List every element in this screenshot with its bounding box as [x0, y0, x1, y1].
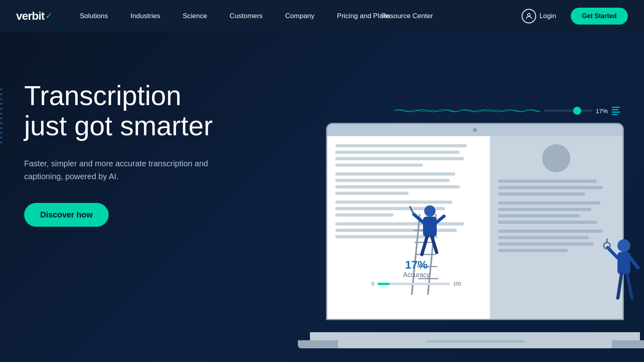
svg-point-8	[424, 205, 436, 217]
nav-item-solutions[interactable]: Solutions	[68, 0, 119, 32]
svg-rect-9	[423, 217, 437, 237]
svg-rect-16	[617, 252, 630, 274]
discover-how-button[interactable]: Discover how	[24, 203, 109, 227]
nav-item-industries[interactable]: Industries	[119, 0, 171, 32]
nav-right: Login Get Started	[515, 6, 628, 27]
nav-item-company[interactable]: Company	[274, 0, 326, 32]
navbar: verbit ✓ Solutions Industries Science Cu…	[0, 0, 644, 32]
accuracy-bar-max: 100	[453, 281, 461, 287]
laptop-base-ridge	[425, 340, 524, 343]
accuracy-bar-container: 0 100	[372, 281, 461, 287]
laptop-camera	[473, 128, 477, 132]
svg-line-21	[618, 274, 621, 298]
nav-item-customers[interactable]: Customers	[218, 0, 274, 32]
nav-item-pricing[interactable]: Pricing and Plans	[326, 0, 370, 32]
get-started-button[interactable]: Get Started	[571, 8, 628, 25]
waveform-slider	[544, 110, 592, 112]
accuracy-bar-fill	[378, 283, 390, 285]
hero-title: Transcription just got smarter	[24, 81, 217, 141]
hero-section: Transcription just got smarter Faster, s…	[0, 32, 644, 362]
login-button[interactable]: Login	[515, 6, 563, 27]
person-on-ladder	[392, 190, 464, 311]
hero-visual: 17%	[322, 64, 644, 354]
accuracy-overlay: 17% Accuracy 0 100	[372, 259, 461, 287]
waveform-percentage: 17%	[596, 108, 608, 114]
svg-line-12	[410, 206, 414, 214]
svg-line-13	[422, 237, 427, 254]
waveform-thumb	[573, 107, 581, 115]
accuracy-label: Accuracy	[372, 271, 461, 279]
laptop-foot-left	[298, 340, 338, 348]
laptop-mockup: 17% Accuracy 0 100	[310, 123, 640, 348]
svg-line-17	[608, 248, 617, 258]
waveform-bar: 17%	[394, 105, 620, 117]
logo-text: verbit	[16, 10, 44, 23]
svg-line-22	[627, 274, 632, 298]
hero-content: Transcription just got smarter Faster, s…	[24, 64, 217, 227]
login-label: Login	[539, 12, 556, 20]
accuracy-percentage: 17%	[372, 259, 461, 271]
nav-links: Solutions Industries Science Customers C…	[68, 0, 515, 32]
svg-line-20	[630, 258, 638, 268]
waveform-progress: 17%	[544, 108, 608, 114]
svg-point-0	[528, 13, 530, 16]
laptop-base	[310, 332, 640, 348]
accuracy-bar-min: 0	[372, 281, 374, 287]
nav-item-resource[interactable]: Resource Center	[370, 0, 418, 32]
laptop-screen: 17% Accuracy 0 100	[326, 123, 624, 320]
logo[interactable]: verbit ✓	[16, 10, 52, 23]
svg-point-15	[617, 239, 630, 252]
svg-line-11	[437, 216, 444, 222]
laptop-inner	[327, 136, 623, 319]
hero-subtitle: Faster, simpler and more accurate transc…	[24, 157, 217, 183]
profile-avatar	[542, 144, 570, 172]
nav-item-science[interactable]: Science	[171, 0, 218, 32]
left-accent-bars	[0, 89, 2, 143]
waveform-svg	[394, 105, 540, 117]
waveform-lines-icon	[612, 107, 620, 115]
accuracy-bar	[378, 283, 450, 285]
user-icon	[522, 9, 536, 23]
logo-checkmark: ✓	[45, 11, 52, 21]
person-right	[600, 221, 644, 342]
